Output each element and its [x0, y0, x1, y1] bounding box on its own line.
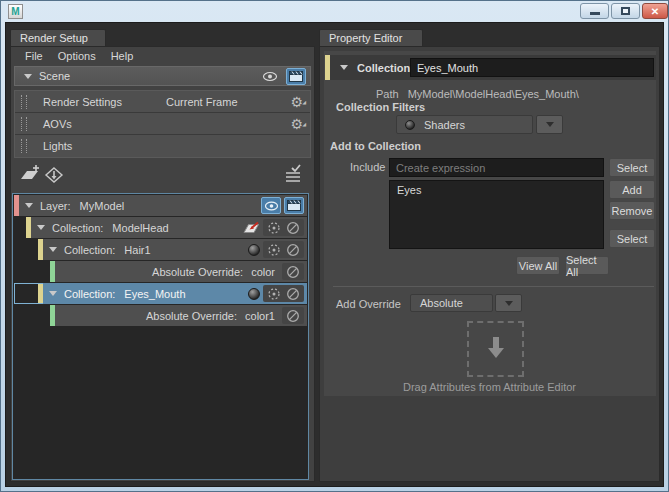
visibility-eye-icon[interactable]	[261, 197, 281, 214]
menubar: File Options Help	[11, 47, 314, 65]
filters-dropdown-arrow[interactable]	[536, 115, 563, 134]
collection-color-bar	[325, 55, 330, 80]
scene-label: Scene	[39, 70, 70, 82]
expander-icon[interactable]	[37, 225, 45, 230]
gear-icon[interactable]: ⚙	[290, 92, 303, 112]
lights-label: Lights	[43, 140, 72, 152]
add-button[interactable]: Add	[609, 180, 655, 199]
disable-icon[interactable]	[286, 309, 300, 323]
tab-property-editor[interactable]: Property Editor	[319, 29, 423, 46]
scene-settings-group: Render Settings Current Frame ⚙ AOVs ⚙ L…	[14, 90, 311, 158]
menu-help[interactable]: Help	[111, 50, 134, 62]
shading-sphere-icon[interactable]	[248, 288, 260, 300]
select-all-button[interactable]: Select All	[565, 256, 609, 275]
minimize-icon	[590, 12, 600, 15]
minimize-button[interactable]	[580, 3, 609, 19]
layer-tree: Layer: MyModel	[12, 193, 309, 480]
drag-handle-icon[interactable]	[21, 139, 27, 153]
eye-icon[interactable]	[262, 71, 278, 82]
row-name: color1	[245, 310, 275, 322]
maximize-button[interactable]	[611, 3, 640, 19]
tree-row-layer-mymodel[interactable]: Layer: MyModel	[14, 195, 307, 216]
expander-icon[interactable]	[340, 65, 348, 70]
tree-row-collection-eyes-mouth[interactable]: Collection: Eyes_Mouth	[14, 283, 307, 304]
checklist-icon[interactable]	[283, 164, 305, 186]
shading-sphere-icon[interactable]	[248, 244, 260, 256]
aovs-label: AOVs	[43, 118, 72, 130]
expander-icon[interactable]	[49, 291, 57, 296]
drag-handle-icon[interactable]	[21, 117, 27, 131]
render-settings-value: Current Frame	[166, 96, 238, 108]
tree-row-collection-hair1[interactable]: Collection: Hair1	[14, 239, 307, 260]
row-icon-tray	[282, 307, 304, 324]
list-item[interactable]: Eyes	[390, 181, 603, 196]
row-prefix: Collection:	[52, 222, 103, 234]
row-name: ModelHead	[112, 222, 168, 234]
menu-file[interactable]: File	[25, 50, 43, 62]
tab-render-setup[interactable]: Render Setup	[10, 29, 106, 46]
collection-name-field[interactable]	[410, 58, 654, 77]
collection-label: Collection:	[357, 62, 414, 74]
close-button[interactable]: ✕	[642, 3, 668, 19]
shader-override-icon[interactable]	[243, 221, 260, 234]
tree-row-override-color1[interactable]: Absolute Override: color1	[14, 305, 307, 326]
override-dropdown-arrow[interactable]	[495, 294, 522, 312]
scene-row[interactable]: Scene	[14, 66, 311, 86]
override-type-selected: Absolute	[420, 297, 463, 309]
override-type-dropdown[interactable]: Absolute	[410, 294, 493, 312]
tree-row-override-color[interactable]: Absolute Override: color	[14, 261, 307, 282]
path-label: Path	[376, 88, 399, 100]
row-icon-tray	[282, 263, 304, 280]
path-value: MyModel\ModelHead\Eyes_Mouth\	[408, 88, 579, 100]
create-collection-icon[interactable]	[44, 164, 66, 186]
gear-icon[interactable]: ⚙	[290, 114, 303, 134]
render-setup-window: M ✕ Render Setup File Options Help Scene	[0, 0, 669, 492]
titlebar[interactable]: M ✕	[1, 1, 668, 22]
filters-dropdown[interactable]: Shaders	[396, 115, 533, 134]
row-icon-tray	[263, 285, 304, 302]
select-button-2[interactable]: Select	[609, 229, 655, 248]
filters-selected: Shaders	[424, 119, 465, 131]
lights-row[interactable]: Lights	[15, 135, 310, 157]
renderable-icon[interactable]	[286, 68, 306, 85]
collection-members-list[interactable]: Eyes	[389, 180, 604, 249]
include-expression-input[interactable]	[389, 158, 604, 177]
disable-icon[interactable]	[286, 287, 300, 301]
create-render-layer-icon[interactable]	[19, 164, 41, 186]
aovs-row[interactable]: AOVs ⚙	[15, 113, 310, 135]
row-name: Hair1	[124, 244, 150, 256]
disable-icon[interactable]	[286, 265, 300, 279]
property-editor-panel: Collection: Path MyModel\ModelHead\Eyes_…	[319, 46, 660, 482]
disable-icon[interactable]	[286, 243, 300, 257]
isolate-select-icon[interactable]	[267, 221, 281, 235]
remove-button[interactable]: Remove	[609, 201, 655, 220]
expander-icon[interactable]	[24, 74, 32, 79]
disable-icon[interactable]	[286, 221, 300, 235]
renderable-icon[interactable]	[284, 197, 304, 214]
isolate-select-icon[interactable]	[267, 243, 281, 257]
menu-options[interactable]: Options	[58, 50, 96, 62]
chevron-down-icon	[546, 122, 554, 127]
view-all-button[interactable]: View All	[516, 256, 560, 275]
add-to-collection-label: Add to Collection	[330, 140, 421, 152]
render-settings-row[interactable]: Render Settings Current Frame ⚙	[15, 91, 310, 113]
select-button[interactable]: Select	[609, 158, 655, 177]
add-override-label: Add Override	[336, 298, 401, 310]
expander-icon[interactable]	[25, 203, 33, 208]
section-divider	[333, 286, 654, 287]
drag-handle-icon[interactable]	[21, 95, 27, 109]
isolate-select-icon[interactable]	[267, 287, 281, 301]
expander-icon[interactable]	[49, 247, 57, 252]
close-icon: ✕	[651, 6, 659, 17]
collection-filters-label: Collection Filters	[336, 101, 425, 113]
collection-header[interactable]: Collection:	[325, 55, 656, 80]
row-icon-tray	[263, 219, 304, 236]
row-name: color	[251, 266, 275, 278]
row-prefix: Absolute Override:	[146, 310, 237, 322]
row-name: MyModel	[80, 200, 125, 212]
tree-row-collection-modelhead[interactable]: Collection: ModelHead	[14, 217, 307, 238]
attribute-drop-target[interactable]	[467, 321, 524, 377]
shaders-sphere-icon	[405, 120, 415, 130]
maya-app-icon: M	[8, 4, 23, 19]
maximize-icon	[621, 7, 630, 15]
